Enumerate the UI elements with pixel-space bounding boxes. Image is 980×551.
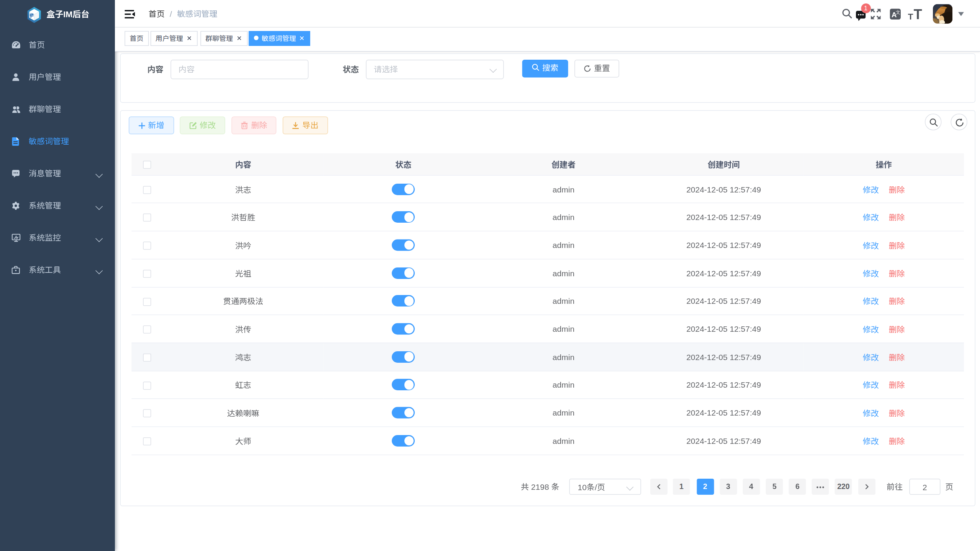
- svg-text:文: 文: [895, 9, 900, 15]
